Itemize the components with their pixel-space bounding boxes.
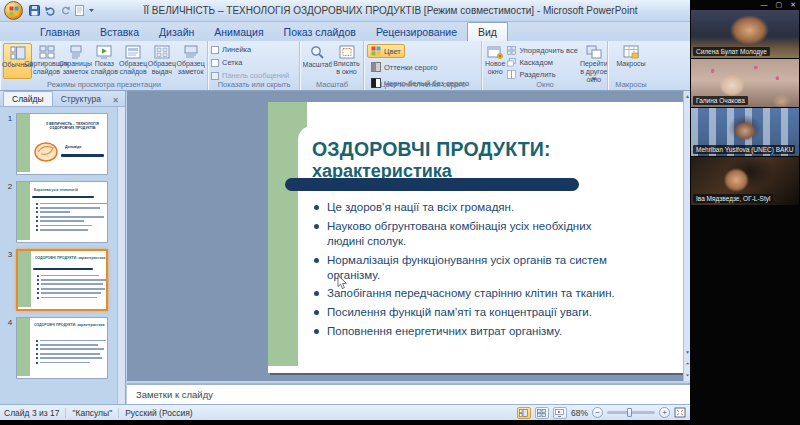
thumb-green-band bbox=[17, 114, 30, 172]
thumb-title: Королева усіх технологій bbox=[34, 188, 108, 192]
qat-dropdown-caret-icon[interactable] bbox=[88, 8, 95, 13]
switch-windows-button[interactable]: Перейти в другое окно bbox=[580, 43, 608, 81]
bullet-item: Це здоров’я нації та всіх громадян. bbox=[312, 200, 624, 215]
message-bar-checkbox: Панель сообщений bbox=[211, 71, 289, 80]
quick-access-toolbar bbox=[29, 5, 95, 16]
participant-video-4[interactable]: Іва Мядзведзе, ОГ-L-Styl bbox=[691, 157, 799, 205]
participant-video-1[interactable]: Силена Булат Молодуе bbox=[691, 10, 799, 58]
cascade-button[interactable]: Каскадом bbox=[507, 58, 578, 67]
zoom-button[interactable]: Масштаб bbox=[303, 43, 332, 78]
document-icon[interactable] bbox=[75, 5, 84, 16]
button-label: Показ слайдов bbox=[90, 60, 119, 77]
maximize-icon[interactable]: ▢ bbox=[776, 1, 783, 9]
slide-thumbnail-1[interactable]: 1 ЇЇ ВЕЛИЧНІСТЬ – ТЕХНОЛОГІЯ ОЗДОРОВЧИХ … bbox=[4, 113, 123, 175]
slide-title-line1: ОЗДОРОВЧІ ПРОДУКТИ: bbox=[312, 138, 684, 161]
normal-view-mini-button[interactable] bbox=[517, 407, 531, 419]
normal-view-icon bbox=[10, 46, 26, 60]
notes-master-button[interactable]: Образец заметок bbox=[176, 43, 205, 77]
magnifier-icon bbox=[310, 45, 325, 60]
tab-slides[interactable]: Слайды bbox=[3, 91, 53, 106]
zoom-out-button[interactable]: − bbox=[592, 407, 603, 418]
color-button[interactable]: Цвет bbox=[367, 44, 405, 58]
arrange-all-button[interactable]: Упорядочить все bbox=[507, 46, 578, 55]
language-indicator[interactable]: Русский (Россия) bbox=[125, 408, 192, 418]
screen: ЇЇ ВЕЛИЧНІСТЬ – ТЕХНОЛОГІЯ ОЗДОРОВЧИХ ПР… bbox=[0, 0, 800, 425]
zoom-slider[interactable] bbox=[607, 411, 655, 414]
participant-video-2[interactable]: Галина Очакова bbox=[691, 59, 799, 107]
fit-to-window-button[interactable]: Вписать в окно bbox=[332, 43, 361, 77]
tab-vstavka[interactable]: Вставка bbox=[90, 23, 149, 41]
thumbnail-canvas: ОЗДОРОВЧІ ПРОДУКТИ: характеристика bbox=[16, 317, 108, 379]
zoom-slider-thumb[interactable] bbox=[627, 408, 632, 417]
thumbnail-canvas: ЇЇ ВЕЛИЧНІСТЬ – ТЕХНОЛОГІЯ ОЗДОРОВЧИХ ПР… bbox=[16, 113, 108, 175]
separator bbox=[65, 408, 66, 418]
thumb-title: ОЗДОРОВЧІ ПРОДУКТИ: характеристика bbox=[34, 323, 108, 327]
fit-slide-button[interactable] bbox=[674, 407, 686, 418]
slide-area-scrollbar[interactable]: ▲ ▼ ⏶ ⏷ bbox=[683, 91, 690, 381]
slide-sorter-mini-button[interactable] bbox=[535, 407, 549, 419]
thumb-title: ОЗДОРОВЧІ ПРОДУКТИ: характеристика bbox=[35, 256, 108, 260]
slide-thumbnail-4[interactable]: 4 ОЗДОРОВЧІ ПРОДУКТИ: характеристика bbox=[4, 317, 123, 379]
thumbnail-canvas: ОЗДОРОВЧІ ПРОДУКТИ: характеристика bbox=[16, 249, 108, 311]
grayscale-button[interactable]: Оттенки серого bbox=[367, 60, 442, 74]
office-logo-icon bbox=[9, 6, 19, 16]
undo-icon[interactable] bbox=[44, 6, 56, 16]
checkbox-label: Панель сообщений bbox=[222, 71, 289, 80]
fit-window-icon bbox=[339, 45, 355, 59]
video-conference-panel: — ▢ ✕ Силена Булат Молодуе Галина Очаков… bbox=[690, 0, 800, 425]
pane-tab-strip: Слайды Структура ✕ bbox=[0, 91, 125, 107]
current-slide[interactable]: ОЗДОРОВЧІ ПРОДУКТИ: характеристика Це зд… bbox=[268, 102, 684, 373]
notes-page-icon bbox=[68, 45, 84, 59]
arrange-all-icon bbox=[507, 46, 516, 55]
thumb-navy-bar bbox=[61, 154, 104, 157]
redo-icon[interactable] bbox=[60, 6, 71, 16]
slide-bullet-list[interactable]: Це здоров’я нації та всіх громадян. Наук… bbox=[312, 200, 624, 342]
group-label: Режимы просмотра презентации bbox=[0, 80, 208, 89]
tab-outline[interactable]: Структура bbox=[53, 92, 109, 106]
zoom-level[interactable]: 68% bbox=[571, 408, 588, 418]
group-label: Масштаб bbox=[300, 80, 364, 89]
handout-master-icon bbox=[154, 45, 170, 59]
notes-page-button[interactable]: Страницы заметок bbox=[61, 43, 90, 77]
slide-sorter-button[interactable]: Сортировщик слайдов bbox=[32, 43, 61, 77]
slide-number: 3 bbox=[4, 249, 16, 311]
slide-thumbnail-2[interactable]: 2 Королева усіх технологій bbox=[4, 181, 123, 243]
checkbox-icon bbox=[211, 72, 219, 80]
pane-scrollbar[interactable] bbox=[117, 107, 125, 404]
separator bbox=[118, 408, 119, 418]
grid-checkbox[interactable]: Сетка bbox=[211, 58, 242, 67]
group-presentation-views: Обычный Сортировщик слайдов Страницы зам… bbox=[0, 41, 208, 90]
bullet-item: Поповнення енергетичних витрат організму… bbox=[312, 324, 624, 339]
ruler-checkbox[interactable]: Линейка bbox=[211, 45, 251, 54]
participant-name: Галина Очакова bbox=[693, 96, 748, 105]
tab-glavnaya[interactable]: Главная bbox=[30, 23, 90, 41]
slide-number: 1 bbox=[4, 113, 16, 175]
minimize-icon[interactable]: — bbox=[761, 1, 768, 9]
split-button[interactable]: Разделить bbox=[507, 70, 578, 79]
close-pane-icon[interactable]: ✕ bbox=[109, 95, 122, 106]
office-button[interactable] bbox=[4, 1, 23, 20]
tab-pokaz-slaidov[interactable]: Показ слайдов bbox=[274, 23, 366, 41]
close-icon[interactable]: ✕ bbox=[790, 1, 796, 9]
slideshow-mini-button[interactable] bbox=[553, 407, 567, 419]
ribbon-tab-strip: Главная Вставка Дизайн Анимация Показ сл… bbox=[0, 22, 690, 41]
slideshow-button[interactable]: Показ слайдов bbox=[90, 43, 119, 77]
title-bar: ЇЇ ВЕЛИЧНІСТЬ – ТЕХНОЛОГІЯ ОЗДОРОВЧИХ ПР… bbox=[0, 0, 690, 22]
zoom-in-button[interactable]: + bbox=[659, 407, 670, 418]
new-window-button[interactable]: Новое окно bbox=[485, 43, 505, 77]
new-window-icon bbox=[487, 45, 503, 59]
slide-master-button[interactable]: Образец слайдов bbox=[119, 43, 148, 77]
participant-video-3[interactable]: Mehriban Yusifova (UNEC) BAKU bbox=[691, 108, 799, 156]
slide-thumbnail-3-selected[interactable]: 3 ОЗДОРОВЧІ ПРОДУКТИ: характеристика bbox=[4, 249, 123, 311]
tab-vid[interactable]: Вид bbox=[467, 22, 508, 41]
macros-button[interactable]: Макросы bbox=[611, 43, 651, 77]
handout-master-button[interactable]: Образец выдач bbox=[148, 43, 177, 77]
notes-pane[interactable]: Заметки к слайду bbox=[127, 383, 690, 404]
checkbox-icon bbox=[211, 46, 219, 54]
tab-animaciya[interactable]: Анимация bbox=[204, 23, 273, 41]
tab-dizain[interactable]: Дизайн bbox=[149, 23, 204, 41]
slide-title[interactable]: ОЗДОРОВЧІ ПРОДУКТИ: характеристика bbox=[298, 126, 684, 182]
slide-master-icon bbox=[125, 45, 141, 59]
save-icon[interactable] bbox=[29, 5, 40, 16]
tab-recenzirovanie[interactable]: Рецензирование bbox=[366, 23, 467, 41]
